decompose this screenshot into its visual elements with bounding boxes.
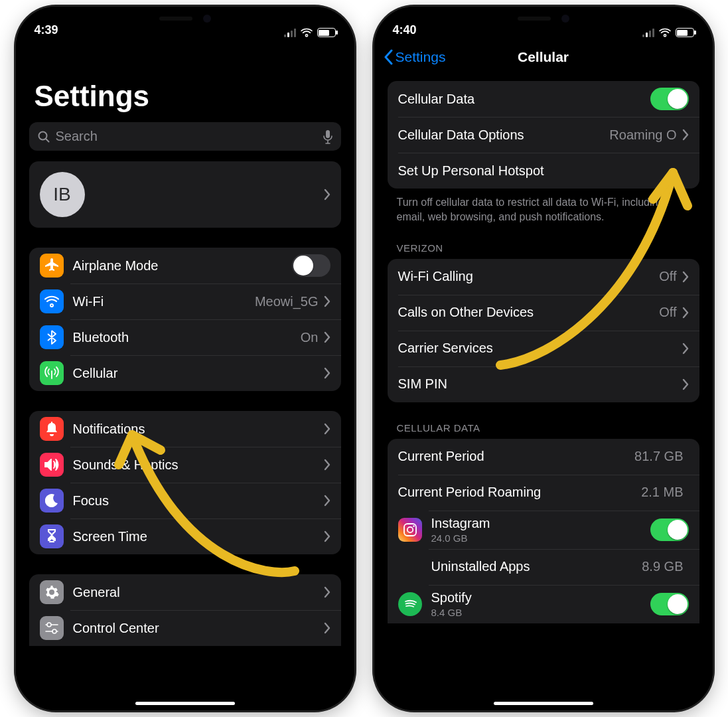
bluetooth-cell[interactable]: Bluetooth On <box>29 319 341 355</box>
spotify-toggle[interactable] <box>650 593 689 615</box>
chevron-right-icon <box>682 307 689 319</box>
airplane-toggle[interactable] <box>292 254 330 277</box>
back-button[interactable]: Settings <box>384 40 446 74</box>
cellular-cell[interactable]: Cellular <box>29 355 341 391</box>
bluetooth-value: On <box>301 330 319 345</box>
battery-icon <box>317 28 336 37</box>
wifi-label: Wi-Fi <box>73 294 255 309</box>
attention-group: Notifications Sounds & Haptics Focus <box>29 411 341 554</box>
chevron-right-icon <box>324 331 330 343</box>
cellular-data-cell[interactable]: Cellular Data <box>388 81 699 117</box>
chevron-right-icon <box>324 622 330 634</box>
search-input[interactable] <box>56 129 317 144</box>
wifi-cell[interactable]: Wi-Fi Meowi_5G <box>29 283 341 319</box>
general-cell[interactable]: General <box>29 574 341 610</box>
chevron-right-icon <box>324 586 330 598</box>
hotspot-cell[interactable]: Set Up Personal Hotspot <box>388 153 699 189</box>
signal-icon <box>284 29 296 37</box>
svg-point-0 <box>38 131 46 139</box>
notifications-cell[interactable]: Notifications <box>29 411 341 447</box>
cellular-options-cell[interactable]: Cellular Data Options Roaming O <box>388 117 699 153</box>
nav-bar: Settings Cellular <box>374 40 713 74</box>
wifi-calling-label: Wi-Fi Calling <box>398 269 660 284</box>
carrier-services-cell[interactable]: Carrier Services <box>388 331 699 366</box>
search-field[interactable] <box>29 122 341 151</box>
spacer-icon <box>398 555 422 579</box>
current-period-label: Current Period <box>398 449 635 464</box>
screen-cellular: 4:40 Settings Cellular Cellular Data <box>374 7 713 710</box>
svg-point-6 <box>413 525 415 527</box>
chevron-right-icon <box>324 459 330 471</box>
calls-other-cell[interactable]: Calls on Other Devices Off <box>388 295 699 331</box>
current-roaming-value: 2.1 MB <box>641 485 683 500</box>
current-roaming-label: Current Period Roaming <box>398 485 642 500</box>
carrier-group: Wi-Fi Calling Off Calls on Other Devices… <box>388 259 699 402</box>
current-period-value: 81.7 GB <box>634 449 683 464</box>
chevron-right-icon <box>324 423 330 435</box>
instagram-cell[interactable]: Instagram 24.0 GB <box>388 511 699 549</box>
phone-cellular: 4:40 Settings Cellular Cellular Data <box>374 7 713 710</box>
sounds-cell[interactable]: Sounds & Haptics <box>29 447 341 483</box>
chevron-right-icon <box>682 129 689 141</box>
bluetooth-icon <box>40 325 64 349</box>
chevron-right-icon <box>682 378 689 390</box>
notifications-label: Notifications <box>73 422 324 437</box>
airplane-mode-cell[interactable]: Airplane Mode <box>29 248 341 283</box>
home-indicator[interactable] <box>494 702 593 705</box>
gear-icon <box>40 580 64 604</box>
back-label: Settings <box>396 49 446 65</box>
general-label: General <box>73 585 324 600</box>
uninstalled-apps-cell[interactable]: Uninstalled Apps 8.9 GB <box>388 549 699 585</box>
home-indicator[interactable] <box>135 702 235 705</box>
svg-point-2 <box>47 623 51 627</box>
screentime-icon <box>40 524 64 548</box>
wifi-calling-value: Off <box>659 269 676 284</box>
hotspot-link: Set Up Personal Hotspot <box>398 163 689 179</box>
search-icon <box>37 130 50 143</box>
cellular-data-toggle[interactable] <box>650 88 689 110</box>
focus-cell[interactable]: Focus <box>29 483 341 518</box>
spotify-cell[interactable]: Spotify 8.4 GB <box>388 585 699 623</box>
sim-pin-label: SIM PIN <box>398 376 682 392</box>
nav-title: Cellular <box>518 49 569 65</box>
status-time: 4:39 <box>35 23 58 37</box>
calls-other-value: Off <box>659 305 676 320</box>
phone-settings: 4:39 Settings IB <box>16 7 354 710</box>
controlcenter-cell[interactable]: Control Center <box>29 610 341 646</box>
sim-pin-cell[interactable]: SIM PIN <box>388 366 699 402</box>
carrier-header: VERIZON <box>397 242 690 254</box>
focus-label: Focus <box>73 493 324 509</box>
instagram-toggle[interactable] <box>650 518 689 541</box>
airplane-label: Airplane Mode <box>73 258 292 274</box>
signal-icon <box>642 29 654 37</box>
network-group: Airplane Mode Wi-Fi Meowi_5G Bluetooth O… <box>29 248 341 391</box>
cellular-options-value: Roaming O <box>609 127 676 143</box>
bluetooth-label: Bluetooth <box>73 330 301 345</box>
carrier-services-label: Carrier Services <box>398 341 682 356</box>
battery-icon <box>676 28 694 37</box>
screentime-cell[interactable]: Screen Time <box>29 518 341 554</box>
svg-rect-1 <box>326 130 330 138</box>
airplane-icon <box>40 254 64 278</box>
chevron-right-icon <box>324 367 330 379</box>
spotify-label: Spotify <box>431 590 472 605</box>
spotify-value: 8.4 GB <box>431 607 650 618</box>
current-roaming-cell[interactable]: Current Period Roaming 2.1 MB <box>388 475 699 511</box>
microphone-icon[interactable] <box>323 129 333 144</box>
chevron-right-icon <box>324 189 330 200</box>
wifi-calling-cell[interactable]: Wi-Fi Calling Off <box>388 259 699 295</box>
uninstalled-value: 8.9 GB <box>642 559 683 574</box>
controlcenter-label: Control Center <box>73 621 324 636</box>
wifi-icon <box>301 28 313 37</box>
avatar: IB <box>40 172 85 217</box>
wifi-setting-icon <box>40 289 64 313</box>
cellular-label: Cellular <box>73 366 324 381</box>
chevron-right-icon <box>324 295 330 307</box>
screen-settings: 4:39 Settings IB <box>16 7 354 710</box>
uninstalled-label: Uninstalled Apps <box>431 559 642 574</box>
notifications-icon <box>40 417 64 441</box>
controlcenter-icon <box>40 616 64 640</box>
profile-cell[interactable]: IB <box>29 161 341 228</box>
current-period-cell[interactable]: Current Period 81.7 GB <box>388 439 699 475</box>
screentime-label: Screen Time <box>73 529 324 544</box>
